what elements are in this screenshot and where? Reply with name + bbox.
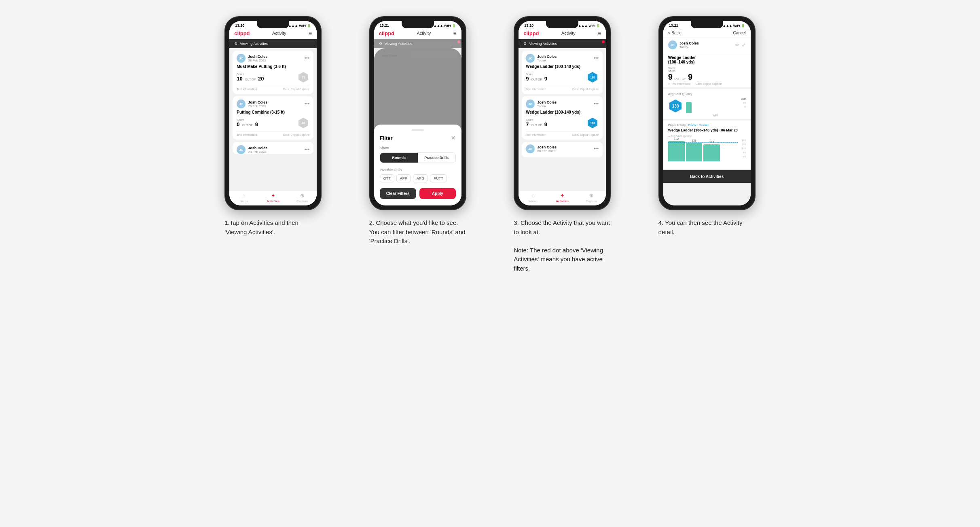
page-container: 13:20 ▲▲▲ WiFi 🔋 clippd Activity ≡ ⚙ [207,16,773,273]
step2-desc: 2. Choose what you'd like to see. You ca… [369,218,466,246]
menu-icon-1[interactable]: ≡ [309,30,312,36]
close-filter-btn[interactable]: ✕ [451,135,456,141]
avg-quality-section: Avg Shot Quality 130 130 [663,89,751,119]
app-header-3: clippd Activity ≡ [519,28,606,39]
session-section: Player Activity · Practice Session Wedge… [663,121,751,169]
detail-title-section: Wedge Ladder(100–140 yds) Score Shots 9 [663,52,751,87]
user-info-1-1: JC Josh Coles 28 Feb 2023 [237,54,267,63]
rounds-btn[interactable]: Rounds [380,153,418,163]
card-3-2[interactable]: JC Josh Coles Today ••• Wedge Ladder (10… [522,96,603,140]
footer-left-1-1: Test Information [237,88,257,91]
score-val-1-2: 0 [237,121,239,127]
filter-overlay: Filter ✕ Show Rounds Practice Drills Pra… [374,48,461,205]
svg-text:75: 75 [302,76,305,79]
card-stats-1-1: Score 10 OUT OF 20 75 [237,71,309,83]
apply-btn[interactable]: Apply [419,188,456,199]
back-btn[interactable]: < Back [668,31,681,35]
content-2-bg: Josh Coles Filter ✕ Show Rounds [374,48,461,205]
hex-3-1: 130 [586,71,599,83]
card-1-1[interactable]: JC Josh Coles 28 Feb 2023 ••• Must Make … [233,51,313,94]
status-icons-3: ▲▲▲ WiFi 🔋 [578,24,600,28]
step3-desc: 3. Choose the Activity that you want to … [514,218,611,273]
red-dot-3 [602,40,605,43]
screen4-content: Wedge Ladder(100–140 yds) Score Shots 9 [663,52,751,205]
time-3: 13:20 [524,23,533,28]
step3-container: 13:20 ▲▲▲ WiFi 🔋 clippd Activity ≡ ⚙ Vie… [496,16,629,273]
username-1-2: Josh Coles [248,100,267,104]
detail-score-label: Score [668,67,675,70]
user-info-1-2: JC Josh Coles 28 Feb 2023 [237,99,267,108]
filter-icon-2: ⚙ [379,42,382,46]
back-header: < Back Cancel [663,28,751,38]
show-label: Show [380,146,456,150]
card-title-1-2: Putting Combine (3-15 ft) [237,110,309,114]
step4-desc: 4. You can then see the Activity detail. [658,218,756,237]
nav-capture-1[interactable]: ⊕ Capture [288,193,317,203]
footer-left-1-2: Test Information [237,133,257,136]
edit-icon[interactable]: ✏ [735,42,739,48]
card-3-3[interactable]: JC Josh Coles 28 Feb 2023 ••• [522,142,603,157]
bottom-nav-1: ⌂ Home ✦ Activities ⊕ Capture [229,190,317,205]
chip-arg[interactable]: ARG [413,174,428,182]
home-icon-1: ⌂ [242,193,246,199]
expand-icon[interactable]: ⤢ [742,42,746,48]
clear-filters-btn[interactable]: Clear Filters [380,188,416,199]
dots-menu-1-1[interactable]: ••• [305,55,310,61]
step2-container: 13:21 ▲▲▲ WiFi 🔋 clippd Activity ≡ ⚙ Vie… [351,16,484,246]
dots-menu-1-2[interactable]: ••• [305,101,310,107]
nav-home-1[interactable]: ⌂ Home [229,193,258,203]
time-2: 13:21 [380,23,389,28]
header-title-2: Activity [417,31,431,36]
detail-activity-title: Wedge Ladder(100–140 yds) [668,55,696,64]
bottom-nav-3: ⌂ Home ✦ Activities ⊕ Capture [519,190,606,205]
nav-capture-3[interactable]: ⊕ Capture [577,193,606,203]
dots-3-2[interactable]: ••• [594,101,599,107]
nav-home-label-1: Home [240,199,248,203]
chip-ott[interactable]: OTT [380,174,394,182]
practice-drills-btn[interactable]: Practice Drills [418,153,455,163]
back-activities-btn[interactable]: Back to Activities [663,170,751,183]
svg-text:130: 130 [590,76,595,79]
logo-2: clippd [379,30,394,36]
app-header-2: clippd Activity ≡ [374,28,461,39]
status-icons-2: ▲▲▲ WiFi 🔋 [434,24,456,28]
screen-1: 13:20 ▲▲▲ WiFi 🔋 clippd Activity ≡ ⚙ [229,21,317,205]
filter-handle [412,129,424,131]
detail-username: Josh Coles [679,41,699,45]
viewing-label-2: Viewing Activities [385,42,413,46]
header-title-1: Activity [272,31,286,36]
chip-putt[interactable]: PUTT [430,174,447,182]
card-1-2[interactable]: JC Josh Coles 28 Feb 2023 ••• Putting Co… [233,96,313,140]
card-3-1[interactable]: JC Josh Coles Today ••• Wedge Ladder (10… [522,51,603,94]
detail-test-info: ⊙ Test Information Data: Clippd Capture [668,83,746,86]
nav-home-3[interactable]: ⌂ Home [519,193,548,203]
cancel-btn[interactable]: Cancel [733,31,746,35]
card-stats-1-2: Score 0 OUT OF 9 45 [237,117,309,129]
logo-1: clippd [234,30,250,36]
filter-sheet: Filter ✕ Show Rounds Practice Drills Pra… [374,125,461,205]
app-header-1: clippd Activity ≡ [229,28,317,39]
card-1-3[interactable]: JC Josh Coles 28 Feb 2023 ••• [233,142,313,154]
time-4: 13:21 [669,23,678,28]
nav-activities-1[interactable]: ✦ Activities [258,193,288,203]
filter-title: Filter [380,135,393,141]
viewing-banner-1[interactable]: ⚙ Viewing Activities [229,39,317,48]
chip-app[interactable]: APP [396,174,411,182]
detail-shots-val: 9 [688,72,692,82]
menu-icon-3[interactable]: ≡ [598,30,601,36]
shots-val-1-2: 9 [255,121,258,127]
dots-3-1[interactable]: ••• [594,55,599,61]
menu-icon-2[interactable]: ≡ [453,30,457,36]
step4-container: 13:21 ▲▲▲ WiFi 🔋 < Back Cancel JC Josh C… [641,16,773,237]
nav-capture-label-1: Capture [296,199,308,203]
filter-icon-1: ⚙ [234,42,237,46]
hex-3-2: 118 [586,117,599,129]
avatar-1-1: JC [237,54,246,63]
card-header-1-2: JC Josh Coles 28 Feb 2023 ••• [237,99,309,108]
detail-user-row: JC Josh Coles Today ✏ ⤢ [663,38,751,52]
nav-activities-3[interactable]: ✦ Activities [548,193,577,203]
shots-val-1-1: 20 [258,76,264,82]
detail-shots-label: Shots [668,70,675,72]
viewing-banner-3[interactable]: ⚙ Viewing Activities [519,39,606,48]
detail-score-val: 9 [668,72,673,82]
